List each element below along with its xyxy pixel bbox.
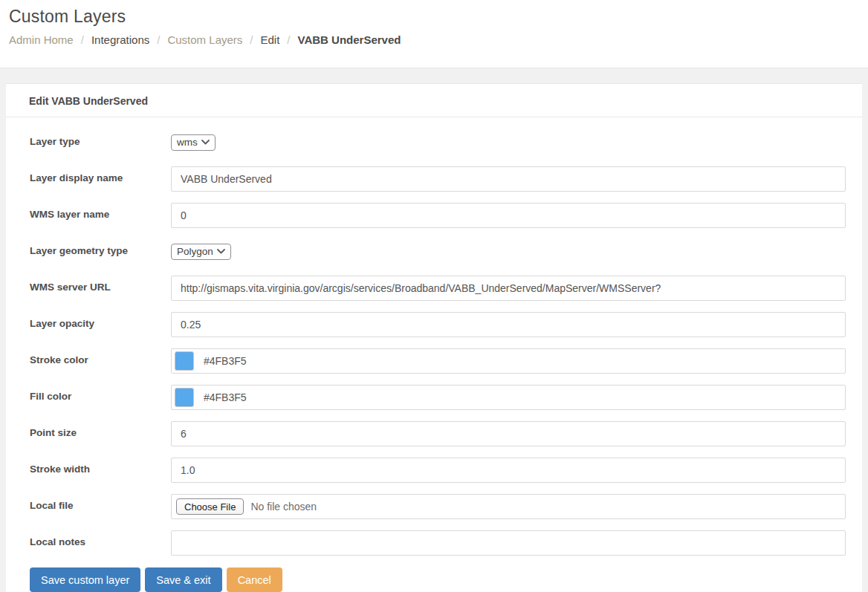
wms-layer-name-input[interactable] <box>171 203 846 228</box>
form-row-stroke-color: Stroke color <box>30 348 846 374</box>
fill-color-control <box>171 385 846 410</box>
local-notes-input[interactable] <box>171 530 846 556</box>
fill-color-swatch[interactable] <box>175 388 194 407</box>
layer-type-select[interactable]: wms <box>171 134 216 151</box>
stroke-width-control <box>171 458 846 483</box>
breadcrumb-separator: / <box>250 33 253 46</box>
chevron-down-icon <box>201 140 210 145</box>
action-buttons: Save custom layer Save & exit Cancel <box>30 567 846 592</box>
layer-geometry-type-select[interactable]: Polygon <box>171 244 231 260</box>
form-row-layer-geometry-type: Layer geometry type Polygon <box>30 239 846 264</box>
layer-type-control: wms <box>171 130 846 155</box>
panel-heading: Edit VABB UnderServed <box>6 84 862 117</box>
panel-body: Layer type wms Layer display name WMS la… <box>6 117 862 592</box>
form-row-local-file: Local file Choose File No file chosen <box>30 494 846 519</box>
local-notes-label: Local notes <box>30 530 171 556</box>
cancel-button[interactable]: Cancel <box>227 567 282 592</box>
layer-geometry-type-label: Layer geometry type <box>30 239 171 264</box>
form-row-layer-type: Layer type wms <box>30 130 846 155</box>
point-size-label: Point size <box>30 421 171 446</box>
local-notes-control <box>171 530 846 556</box>
stroke-color-control <box>171 348 846 374</box>
layer-display-name-control <box>171 166 846 192</box>
wms-server-url-label: WMS server URL <box>30 276 171 301</box>
stroke-color-swatch[interactable] <box>175 351 194 371</box>
stroke-color-input[interactable] <box>171 348 846 374</box>
save-custom-layer-button[interactable]: Save custom layer <box>30 567 140 592</box>
edit-layer-panel: Edit VABB UnderServed Layer type wms Lay… <box>6 83 862 592</box>
local-file-input[interactable]: Choose File No file chosen <box>171 494 846 519</box>
fill-color-input[interactable] <box>171 385 846 410</box>
breadcrumb-separator: / <box>81 33 84 46</box>
point-size-input[interactable] <box>171 421 846 446</box>
form-row-fill-color: Fill color <box>30 385 846 410</box>
layer-display-name-input[interactable] <box>171 166 846 192</box>
stroke-width-input[interactable] <box>171 458 846 483</box>
fill-color-label: Fill color <box>30 385 171 410</box>
form-row-stroke-width: Stroke width <box>30 458 846 483</box>
breadcrumb-edit: Edit <box>260 33 279 46</box>
breadcrumb-current-item: VABB UnderServed <box>298 33 401 46</box>
page-title: Custom Layers <box>9 7 859 27</box>
save-and-exit-button[interactable]: Save & exit <box>145 567 221 592</box>
wms-layer-name-label: WMS layer name <box>30 203 171 228</box>
stroke-width-label: Stroke width <box>30 458 171 483</box>
point-size-control <box>171 421 846 446</box>
layer-type-label: Layer type <box>30 130 171 155</box>
breadcrumb-custom-layers[interactable]: Custom Layers <box>167 33 242 46</box>
layer-geometry-type-control: Polygon <box>171 239 846 264</box>
file-status-text: No file chosen <box>250 501 317 513</box>
breadcrumb-separator: / <box>287 33 290 46</box>
wms-server-url-input[interactable] <box>171 276 846 301</box>
layer-opacity-control <box>171 312 846 337</box>
form-row-local-notes: Local notes <box>30 530 846 556</box>
wms-layer-name-control <box>171 203 846 228</box>
chevron-down-icon <box>217 249 225 254</box>
form-row-point-size: Point size <box>30 421 846 446</box>
choose-file-button[interactable]: Choose File <box>176 498 244 515</box>
wms-server-url-control <box>171 276 846 301</box>
form-row-wms-server-url: WMS server URL <box>30 276 846 301</box>
local-file-label: Local file <box>30 494 171 519</box>
layer-opacity-label: Layer opacity <box>30 312 171 337</box>
local-file-control: Choose File No file chosen <box>171 494 846 519</box>
form-row-wms-layer-name: WMS layer name <box>30 203 846 228</box>
breadcrumb-admin-home[interactable]: Admin Home <box>9 33 74 46</box>
breadcrumb-integrations: Integrations <box>91 33 149 46</box>
layer-display-name-label: Layer display name <box>30 166 171 192</box>
breadcrumb-separator: / <box>157 33 160 46</box>
stroke-color-label: Stroke color <box>30 348 171 374</box>
page-header: Custom Layers Admin Home / Integrations … <box>0 0 868 68</box>
breadcrumb: Admin Home / Integrations / Custom Layer… <box>9 33 859 46</box>
layer-type-select-value: wms <box>177 137 198 148</box>
layer-geometry-type-select-value: Polygon <box>177 246 213 257</box>
form-row-layer-opacity: Layer opacity <box>30 312 846 337</box>
layer-opacity-input[interactable] <box>171 312 846 337</box>
form-row-layer-display-name: Layer display name <box>30 166 846 192</box>
